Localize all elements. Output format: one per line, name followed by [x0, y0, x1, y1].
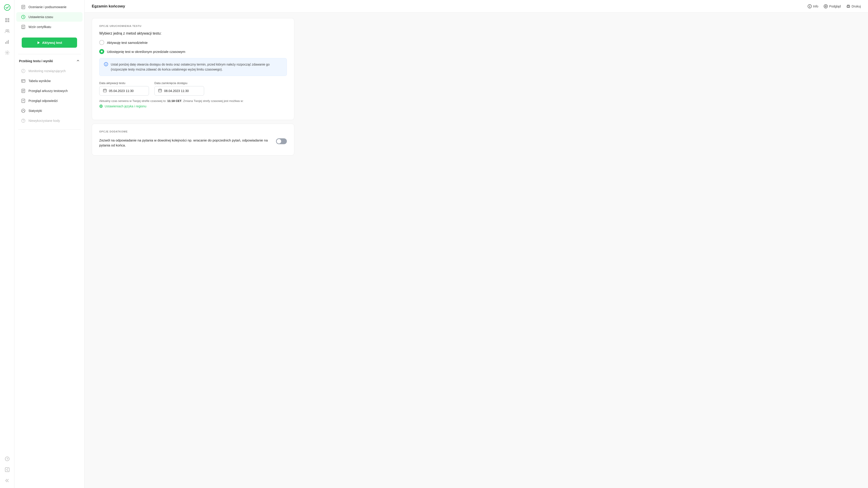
svg-rect-3	[5, 20, 7, 22]
activation-options-card: OPCJE URUCHOMIENIA TESTU Wybierz jedną z…	[92, 18, 294, 120]
svg-point-25	[23, 122, 24, 122]
odpowiedzi-label: Przegląd odpowiedzi	[29, 99, 58, 102]
calendar-icon-close	[158, 89, 162, 93]
radio-label-samodzielnie: Aktywuję test samodzielnie	[107, 41, 148, 44]
sidebar-item-przeglad-odpowiedzi[interactable]: Przegląd odpowiedzi	[16, 96, 83, 105]
svg-point-27	[824, 4, 828, 8]
date-close-field: Data zamknięcia dostępu 08.04.2023 11:30	[154, 81, 204, 96]
wzor-icon	[21, 24, 26, 29]
sidebar-item-wzor-label: Wzór certyfikatu	[29, 25, 51, 29]
section1-question: Wybierz jedną z metod aktywacji testu:	[99, 31, 287, 35]
topbar: Egzamin końcowy Info Podgląd	[85, 0, 868, 13]
toggle-label: Zezwól na odpowiadanie na pytania w dowo…	[99, 138, 271, 148]
svg-point-22	[22, 109, 25, 113]
ocenianie-icon	[21, 4, 26, 9]
statystyki-icon	[21, 108, 26, 113]
svg-text:?: ?	[6, 457, 8, 461]
dashboard-icon[interactable]	[2, 16, 12, 25]
section2-label: OPCJE DODATKOWE	[99, 130, 287, 133]
toggle-switch[interactable]	[276, 138, 287, 144]
settings-link[interactable]: Ustawieniach języka i regionu	[99, 104, 287, 108]
statystyki-label: Statystyki	[29, 109, 42, 113]
info-box: Ustal poniżej datę otwarcia dostępu do t…	[99, 58, 287, 76]
sidebar-item-kody[interactable]: Niewykorzystane kody	[16, 116, 83, 125]
svg-rect-29	[847, 6, 850, 7]
progress-section-title: Przebieg testu i wyniki	[19, 59, 53, 63]
svg-point-28	[825, 6, 827, 7]
radio-option-przedzial[interactable]: Udostępnię test w określonym przedziale …	[99, 49, 287, 54]
svg-point-23	[23, 110, 24, 111]
globe-icon	[99, 104, 103, 108]
svg-rect-2	[7, 18, 9, 20]
ustawienia-czasu-icon	[21, 14, 26, 20]
settings-icon[interactable]	[2, 48, 12, 57]
icon-sidebar: ?	[0, 0, 14, 488]
svg-rect-31	[103, 89, 106, 92]
radio-label-przedzial: Udostępnię test w określonym przedziale …	[107, 50, 185, 54]
odpowiedzi-icon	[21, 98, 26, 103]
server-time-prefix: Aktualny czas serwera w Twojej strefie c…	[99, 99, 167, 102]
print-action[interactable]: Drukuj	[846, 4, 861, 8]
back-icon[interactable]	[2, 465, 12, 475]
radio-outer-przedzial	[99, 49, 104, 54]
sidebar-item-ustawienia-label: Ustawienia czasu	[29, 15, 53, 19]
sidebar-item-tabela[interactable]: Tabela wyników	[16, 76, 83, 86]
section-collapse-toggle[interactable]	[76, 59, 80, 63]
sidebar-item-statystyki[interactable]: Statystyki	[16, 106, 83, 116]
svg-rect-13	[5, 468, 9, 472]
info-action[interactable]: Info	[808, 4, 818, 8]
nav-sidebar: Ocenianie i podsumowanie Ustawienia czas…	[14, 0, 85, 488]
sidebar-item-ocenianie-label: Ocenianie i podsumowanie	[29, 5, 66, 9]
info-label: Info	[813, 4, 818, 8]
preview-action[interactable]: Podgląd	[824, 4, 841, 8]
arkuszy-icon	[21, 88, 26, 93]
help-icon[interactable]: ?	[2, 454, 12, 464]
kody-label: Niewykorzystane kody	[29, 119, 60, 123]
content-area: OPCJE URUCHOMIENIA TESTU Wybierz jedną z…	[85, 13, 302, 164]
preview-label: Podgląd	[829, 4, 841, 8]
progress-section-header: Przebieg testu i wyniki	[14, 56, 84, 64]
topbar-actions: Info Podgląd Drukuj	[808, 4, 861, 8]
info-box-icon	[104, 62, 108, 72]
svg-rect-8	[6, 41, 7, 44]
date-activation-field: Data aktywacji testu 05.04.2023 11:30	[99, 81, 149, 96]
info-icon	[808, 4, 812, 8]
preview-icon	[824, 4, 828, 8]
monitoring-icon	[21, 68, 26, 73]
monitoring-label: Monitoring rozwiązujących	[29, 69, 66, 73]
svg-marker-17	[37, 41, 40, 44]
date-activation-value: 05.04.2023 11:30	[109, 89, 133, 93]
settings-link-label: Ustawieniach języka i regionu	[105, 104, 146, 108]
svg-rect-9	[8, 40, 9, 44]
date-close-input[interactable]: 08.04.2023 11:30	[154, 86, 204, 96]
sidebar-item-ocenianie[interactable]: Ocenianie i podsumowanie	[16, 2, 83, 12]
sidebar-item-przeglad-arkuszy[interactable]: Przegląd arkuszy testowych	[16, 86, 83, 96]
toggle-knob	[277, 139, 281, 144]
svg-rect-1	[5, 18, 7, 20]
svg-point-5	[6, 30, 7, 31]
print-icon	[846, 4, 850, 8]
toggle-row: Zezwól na odpowiadanie na pytania w dowo…	[99, 137, 287, 149]
svg-rect-32	[158, 89, 162, 92]
users-icon[interactable]	[2, 26, 12, 36]
nav-divider	[18, 54, 81, 54]
sidebar-item-ustawienia-czasu[interactable]: Ustawienia czasu	[16, 12, 83, 22]
brand-logo[interactable]	[2, 3, 12, 12]
analytics-icon[interactable]	[2, 37, 12, 47]
radio-option-samodzielnie[interactable]: Aktywuję test samodzielnie	[99, 40, 287, 45]
additional-options-card: OPCJE DODATKOWE Zezwól na odpowiadanie n…	[92, 124, 294, 155]
date-close-label: Data zamknięcia dostępu	[154, 81, 204, 85]
arkuszy-label: Przegląd arkuszy testowych	[29, 89, 68, 93]
svg-rect-19	[22, 80, 25, 82]
svg-point-10	[6, 52, 8, 53]
activate-test-button[interactable]: Aktywuj test	[22, 37, 77, 48]
collapse-icon[interactable]	[2, 476, 12, 485]
svg-point-6	[7, 30, 9, 31]
sidebar-item-monitoring[interactable]: Monitoring rozwiązujących	[16, 66, 83, 76]
section1-label: OPCJE URUCHOMIENIA TESTU	[99, 25, 287, 27]
date-activation-input[interactable]: 05.04.2023 11:30	[99, 86, 149, 96]
sidebar-item-wzor[interactable]: Wzór certyfikatu	[16, 22, 83, 32]
info-box-text: Ustal poniżej datę otwarcia dostępu do t…	[111, 62, 282, 72]
radio-inner-przedzial	[101, 51, 103, 53]
server-time-value: 11:18 CET	[167, 99, 182, 102]
